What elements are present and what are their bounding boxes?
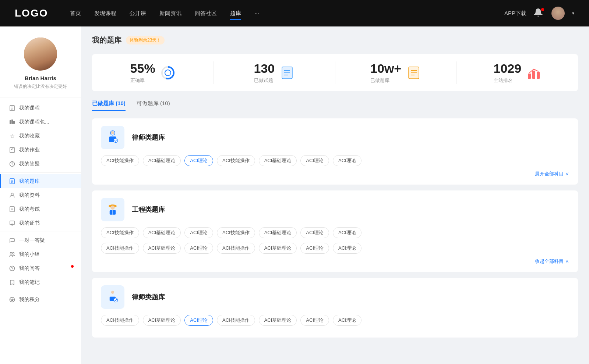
notification-bell[interactable] <box>534 8 544 18</box>
nav-item-home[interactable]: 首页 <box>70 8 81 18</box>
tag-law2-basic-2[interactable]: ACI基础理论 <box>259 315 297 326</box>
avatar-image <box>551 7 565 20</box>
tag-law2-basic-1[interactable]: ACI基础理论 <box>143 315 181 326</box>
qbank-card-lawyer-1-header: 律师类题库 <box>101 126 569 149</box>
tag-eng-theory-1[interactable]: ACI理论 <box>184 227 213 238</box>
sidebar-item-profile[interactable]: 我的资料 <box>0 188 81 202</box>
tag-eng-basic-2[interactable]: ACI基础理论 <box>259 227 297 238</box>
tag-aci-ops-2[interactable]: ACI技能操作 <box>217 155 255 166</box>
sidebar-item-course-packages[interactable]: 我的课程包... <box>0 115 81 129</box>
tag-eng-ops-3[interactable]: ACI技能操作 <box>101 243 139 254</box>
avatar-dropdown-icon[interactable]: ▾ <box>572 11 574 16</box>
nav-item-qbank[interactable]: 题库 <box>230 8 241 18</box>
avatar-image <box>24 38 57 71</box>
qbank-card-engineer-header: 工程类题库 <box>101 198 569 221</box>
sidebar-divider-2 <box>0 232 81 232</box>
tabs: 已做题库 (10) 可做题库 (10) <box>92 100 578 111</box>
tag-eng-theory-6[interactable]: ACI理论 <box>333 243 361 254</box>
sidebar-item-one-on-one-label: 一对一答疑 <box>19 237 45 244</box>
sidebar-item-group[interactable]: 我的小组 <box>0 247 81 261</box>
sidebar-item-qa-label: 我的答疑 <box>19 161 40 167</box>
done-questions-value: 130 <box>254 61 275 76</box>
profile-icon <box>9 192 15 199</box>
nav-item-news[interactable]: 新闻资讯 <box>159 8 181 18</box>
sidebar-item-homework[interactable]: 我的作业 <box>0 143 81 157</box>
sidebar-divider-3 <box>0 291 81 291</box>
tag-aci-theory-1[interactable]: ACI理论 <box>184 155 213 166</box>
lawyer-figure-icon-2 <box>105 289 121 305</box>
tag-eng-theory-4[interactable]: ACI理论 <box>184 243 213 254</box>
tag-eng-basic-1[interactable]: ACI基础理论 <box>143 227 181 238</box>
tag-eng-basic-4[interactable]: ACI基础理论 <box>259 243 297 254</box>
tag-law2-theory-1[interactable]: ACI理论 <box>184 315 213 326</box>
trial-badge: 体验剩余23天！ <box>126 36 165 44</box>
qbank-card-lawyer-2-header: 律师类题库 <box>101 285 569 309</box>
sidebar-item-courses-label: 我的课程 <box>19 105 40 111</box>
course-packages-icon <box>9 119 15 125</box>
sidebar-item-homework-label: 我的作业 <box>19 147 40 153</box>
lawyer-icon-wrap <box>101 126 124 149</box>
notes-icon <box>9 279 15 286</box>
user-avatar[interactable] <box>551 7 565 20</box>
svg-point-54 <box>114 298 118 302</box>
qbank-card-lawyer-2-title: 律师类题库 <box>132 293 165 301</box>
sidebar-item-my-questions[interactable]: ? 我的问答 <box>0 261 81 275</box>
tag-aci-theory-3[interactable]: ACI理论 <box>333 155 361 166</box>
svg-point-44 <box>111 131 114 134</box>
sidebar-item-favorites[interactable]: ☆ 我的收藏 <box>0 129 81 143</box>
tag-law2-theory-3[interactable]: ACI理论 <box>333 315 361 326</box>
tag-eng-ops-1[interactable]: ACI技能操作 <box>101 227 139 238</box>
sidebar-item-notes[interactable]: 我的笔记 <box>0 275 81 289</box>
sidebar-item-my-questions-label: 我的问答 <box>19 265 40 272</box>
tag-law2-ops-2[interactable]: ACI技能操作 <box>217 315 255 326</box>
sidebar-item-one-on-one[interactable]: 一对一答疑 <box>0 233 81 247</box>
done-banks-label: 已做题库 <box>370 77 401 84</box>
tab-available-banks[interactable]: 可做题库 (10) <box>137 100 170 111</box>
tag-eng-ops-4[interactable]: ACI技能操作 <box>217 243 255 254</box>
tag-eng-ops-2[interactable]: ACI技能操作 <box>217 227 255 238</box>
accuracy-label: 正确率 <box>130 77 155 84</box>
ranking-icon <box>526 65 541 80</box>
svg-rect-7 <box>10 147 14 153</box>
tab-done-banks[interactable]: 已做题库 (10) <box>92 100 126 111</box>
tag-eng-theory-2[interactable]: ACI理论 <box>300 227 329 238</box>
tag-law2-ops-1[interactable]: ACI技能操作 <box>101 315 139 326</box>
sidebar-item-certificate[interactable]: 我的证书 <box>0 216 81 230</box>
ranking-value: 1029 <box>494 61 522 76</box>
notification-dot <box>541 8 544 11</box>
nav-item-discover[interactable]: 发现课程 <box>94 8 116 18</box>
stats-bar: 55% 正确率 130 已做试题 <box>92 54 578 91</box>
nav-item-more[interactable]: ··· <box>254 8 259 18</box>
tag-aci-ops-1[interactable]: ACI技能操作 <box>101 155 139 166</box>
tag-eng-basic-3[interactable]: ACI基础理论 <box>143 243 181 254</box>
tag-aci-theory-2[interactable]: ACI理论 <box>300 155 329 166</box>
sidebar-item-qbank[interactable]: 我的题库 <box>0 174 81 188</box>
sidebar-item-qa-mine[interactable]: ? 我的答疑 <box>0 157 81 171</box>
svg-rect-40 <box>537 72 540 79</box>
question-dot <box>71 265 74 268</box>
tag-eng-theory-3[interactable]: ACI理论 <box>333 227 361 238</box>
navbar-right: APP下载 ▾ <box>504 7 574 20</box>
tag-law2-theory-2[interactable]: ACI理论 <box>300 315 329 326</box>
sidebar-item-exam[interactable]: 我的考试 <box>0 202 81 216</box>
expand-button-lawyer-1[interactable]: 展开全部科目 <box>535 171 569 177</box>
collapse-button-engineer[interactable]: 收起全部科目 <box>535 258 569 265</box>
svg-point-46 <box>114 139 118 143</box>
nav-item-qa[interactable]: 问答社区 <box>195 8 217 18</box>
sidebar-item-notes-label: 我的笔记 <box>19 279 40 286</box>
engineer-icon-wrap <box>101 198 124 221</box>
app-download-button[interactable]: APP下载 <box>504 10 526 17</box>
nav-item-open[interactable]: 公开课 <box>130 8 146 18</box>
exam-icon <box>9 206 15 213</box>
lawyer-figure-icon <box>105 129 121 146</box>
tag-aci-basic-1[interactable]: ACI基础理论 <box>143 155 181 166</box>
sidebar-item-favorites-label: 我的收藏 <box>19 133 40 139</box>
sidebar-item-courses[interactable]: 我的课程 <box>0 101 81 115</box>
svg-point-49 <box>111 206 115 210</box>
tag-eng-theory-5[interactable]: ACI理论 <box>300 243 329 254</box>
sidebar-item-points[interactable]: 我的积分 <box>0 293 81 307</box>
group-icon <box>9 251 15 258</box>
svg-text:?: ? <box>11 162 13 166</box>
tag-aci-basic-2[interactable]: ACI基础理论 <box>259 155 297 166</box>
accuracy-value: 55% <box>130 61 155 76</box>
